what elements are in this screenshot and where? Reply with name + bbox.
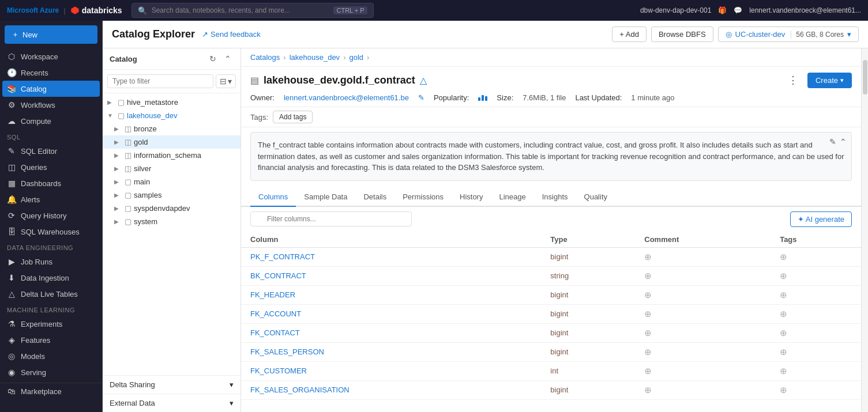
sidebar-item-alerts[interactable]: 🔔 Alerts <box>0 191 102 207</box>
sidebar-item-catalog[interactable]: 📚 Catalog <box>2 81 100 97</box>
new-button[interactable]: ＋ New <box>5 25 97 44</box>
tree-item-syspdenvdapdev[interactable]: ▶ ▢ syspdenvdapdev <box>103 202 241 215</box>
send-feedback-button[interactable]: ↗ Send feedback <box>202 30 261 39</box>
comment-add-button[interactable]: ⊕ <box>644 252 652 262</box>
filter-columns-input[interactable] <box>250 211 412 226</box>
tag-add-button[interactable]: ⊕ <box>780 271 787 281</box>
add-button[interactable]: + Add <box>612 27 647 42</box>
table-row: BK_CONTRACT string ⊕ ⊕ <box>241 266 861 285</box>
sidebar-item-query-history[interactable]: ⟳ Query History <box>0 207 102 224</box>
ai-generate-button[interactable]: ✦ AI generate <box>790 211 852 227</box>
comment-add-button[interactable]: ⊕ <box>644 290 652 300</box>
col-comment-cell: ⊕ <box>635 304 771 323</box>
sidebar-item-delta-live-tables[interactable]: △ Delta Live Tables <box>0 286 102 302</box>
filter-input[interactable] <box>107 74 213 88</box>
external-data-section[interactable]: External Data ▾ <box>103 394 241 412</box>
owner-edit-button[interactable]: ✎ <box>418 93 424 102</box>
col-name-link[interactable]: FK_HEADER <box>250 290 295 299</box>
comment-add-button[interactable]: ⊕ <box>644 347 652 357</box>
sidebar-item-queries[interactable]: ◫ Queries <box>0 159 102 175</box>
tab-quality[interactable]: Quality <box>576 188 615 207</box>
comment-add-button[interactable]: ⊕ <box>644 366 652 376</box>
browse-dbfs-button[interactable]: Browse DBFS <box>651 27 713 42</box>
query-history-icon: ⟳ <box>7 211 16 220</box>
tab-columns[interactable]: Columns <box>250 188 296 207</box>
tab-permissions[interactable]: Permissions <box>394 188 452 207</box>
tree-item-system[interactable]: ▶ ▢ system <box>103 215 241 228</box>
col-name-cell: FK_ACCOUNT <box>241 304 541 323</box>
col-type-cell: int <box>541 361 635 380</box>
comment-add-button[interactable]: ⊕ <box>644 385 652 395</box>
chat-icon[interactable]: 💬 <box>734 6 742 14</box>
comment-add-button[interactable]: ⊕ <box>644 309 652 319</box>
col-name-link[interactable]: FK_CONTACT <box>250 328 300 337</box>
sql-editor-icon: ✎ <box>7 146 16 156</box>
scrollbar-thumb <box>863 60 867 95</box>
tree-item-silver[interactable]: ▶ ◫ silver <box>103 162 241 175</box>
col-type-value: bigint <box>550 290 568 299</box>
tree-item-samples[interactable]: ▶ ▢ samples <box>103 188 241 202</box>
tree-item-bronze[interactable]: ▶ ◫ bronze <box>103 122 241 135</box>
description-edit-button[interactable]: ✎ <box>829 137 836 146</box>
tag-add-button[interactable]: ⊕ <box>780 328 787 338</box>
tab-lineage[interactable]: Lineage <box>491 188 533 207</box>
refresh-button[interactable]: ↻ <box>207 53 219 65</box>
tab-details[interactable]: Details <box>355 188 394 207</box>
sidebar-item-compute[interactable]: ☁ Compute <box>0 113 102 129</box>
col-tags-cell: ⊕ <box>771 247 861 266</box>
sidebar-item-dashboards[interactable]: ▦ Dashboards <box>0 175 102 191</box>
tag-add-button[interactable]: ⊕ <box>780 347 787 357</box>
chevron-right-icon: ▶ <box>114 126 122 132</box>
tag-add-button[interactable]: ⊕ <box>780 252 787 262</box>
gift-icon[interactable]: 🎁 <box>718 6 727 14</box>
more-options-button[interactable]: ⋮ <box>783 71 803 89</box>
sidebar-item-serving[interactable]: ◉ Serving <box>0 364 102 380</box>
collapse-button[interactable]: ⌃ <box>222 53 234 65</box>
search-shortcut: CTRL + P <box>333 6 367 14</box>
col-name-link[interactable]: BK_CONTRACT <box>250 271 306 280</box>
tree-item-gold[interactable]: ▶ ◫ gold <box>103 135 241 149</box>
col-name-link[interactable]: FK_ACCOUNT <box>250 309 301 318</box>
sidebar-item-job-runs[interactable]: ▶ Job Runs <box>0 254 102 270</box>
breadcrumb-catalogs[interactable]: Catalogs <box>250 53 280 62</box>
cluster-button[interactable]: ◎ UC-cluster-dev 56 GB, 8 Cores ▾ <box>718 27 859 42</box>
search-bar[interactable]: 🔍 Search data, notebooks, recents, and m… <box>131 3 374 18</box>
tree-item-lakehouse-dev[interactable]: ▼ ▢ lakehouse_dev <box>103 109 241 122</box>
breadcrumb-gold[interactable]: gold <box>349 53 363 62</box>
description-collapse-button[interactable]: ⌃ <box>840 137 847 146</box>
sidebar-item-data-ingestion[interactable]: ⬇ Data Ingestion <box>0 270 102 286</box>
tag-add-button[interactable]: ⊕ <box>780 366 787 376</box>
tab-history[interactable]: History <box>452 188 491 207</box>
tag-add-button[interactable]: ⊕ <box>780 309 787 319</box>
comment-add-button[interactable]: ⊕ <box>644 328 652 338</box>
create-button[interactable]: Create ▾ <box>807 73 852 88</box>
tree-item-information-schema[interactable]: ▶ ◫ information_schema <box>103 149 241 162</box>
tree-item-hive-metastore[interactable]: ▶ ▢ hive_metastore <box>103 96 241 109</box>
right-scrollbar[interactable] <box>861 48 868 412</box>
sidebar-item-experiments[interactable]: ⚗ Experiments <box>0 316 102 332</box>
sidebar-item-workspace[interactable]: ⬡ Workspace <box>0 48 102 65</box>
sidebar-item-features[interactable]: ◈ Features <box>0 332 102 348</box>
tree-item-main[interactable]: ▶ ▢ main <box>103 175 241 188</box>
sidebar-item-marketplace[interactable]: 🛍 Marketplace <box>0 383 102 399</box>
delta-sharing-section[interactable]: Delta Sharing ▾ <box>103 375 241 394</box>
tag-add-button[interactable]: ⊕ <box>780 385 787 395</box>
sidebar-item-workflows[interactable]: ⚙ Workflows <box>0 97 102 113</box>
col-name-link[interactable]: FK_CUSTOMER <box>250 366 307 375</box>
col-tags-cell: ⊕ <box>771 323 861 342</box>
breadcrumb-lakehouse-dev[interactable]: lakehouse_dev <box>290 53 340 62</box>
tag-add-button[interactable]: ⊕ <box>780 290 787 300</box>
comment-add-button[interactable]: ⊕ <box>644 271 652 281</box>
tab-insights[interactable]: Insights <box>534 188 576 207</box>
tab-sample-data[interactable]: Sample Data <box>296 188 355 207</box>
sidebar-item-sql-warehouses[interactable]: 🗄 SQL Warehouses <box>0 224 102 240</box>
add-tags-button[interactable]: Add tags <box>273 111 313 123</box>
col-name-link[interactable]: FK_SALES_PERSON <box>250 347 324 356</box>
filter-icon-button[interactable]: ⊟ ▾ <box>216 74 236 88</box>
sidebar-item-models[interactable]: ◎ Models <box>0 348 102 364</box>
sidebar-item-sql-editor[interactable]: ✎ SQL Editor <box>0 143 102 159</box>
sidebar-item-recents[interactable]: 🕐 Recents <box>0 65 102 81</box>
col-name-link[interactable]: FK_SALES_ORGANISATION <box>250 385 350 394</box>
col-name-link[interactable]: PK_F_CONTRACT <box>250 252 315 261</box>
popularity-bars <box>478 95 487 101</box>
